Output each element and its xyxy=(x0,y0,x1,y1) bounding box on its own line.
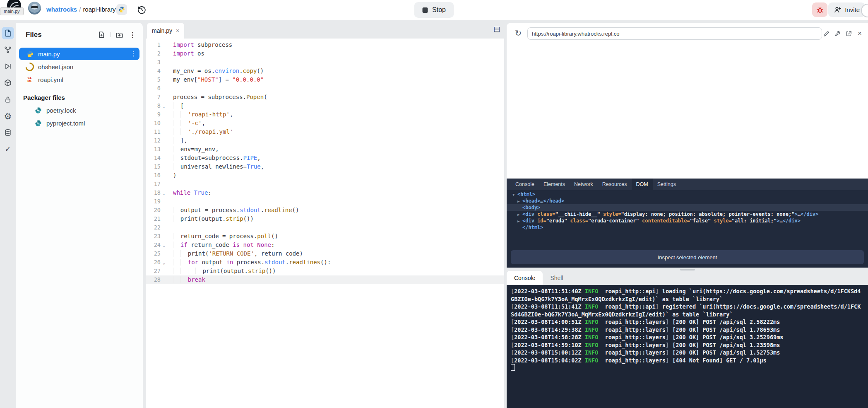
file-row-main-py[interactable]: main.py⋮ xyxy=(19,48,139,60)
line-number[interactable]: 10 xyxy=(146,119,161,128)
bug-report-button[interactable] xyxy=(812,2,827,17)
line-number[interactable]: 25 xyxy=(146,249,161,258)
line-number[interactable]: 24 xyxy=(146,241,161,249)
devtools-tab-dom[interactable]: DOM xyxy=(632,179,653,190)
code-line-15: 15 universal_newlines=True, xyxy=(146,162,504,171)
invite-button[interactable]: Invite xyxy=(828,2,865,17)
line-number[interactable]: 7 xyxy=(146,93,161,101)
pencil-icon[interactable] xyxy=(822,29,831,38)
file-row-ohsheet-json[interactable]: ohsheet.json xyxy=(19,60,139,73)
line-number[interactable]: 26 xyxy=(146,258,161,267)
close-webview-icon[interactable]: × xyxy=(855,29,864,38)
fold-chevron-icon[interactable]: ⌄ xyxy=(161,102,167,111)
dom-node-row[interactable]: ▶<div id="eruda" class="eruda-container"… xyxy=(507,217,868,224)
line-number[interactable]: 2 xyxy=(146,49,161,58)
open-external-icon[interactable] xyxy=(844,29,853,38)
code-text: while True: xyxy=(167,189,212,196)
file-row-pyproject-toml[interactable]: pyproject.toml xyxy=(19,117,139,129)
line-number[interactable]: 3 xyxy=(146,58,161,67)
packager-file-list: poetry.lockpyproject.toml xyxy=(19,104,139,130)
webview-panel: ↻ × ConsoleElementsNetworkResourcesDOMSe… xyxy=(507,23,868,408)
line-number[interactable]: 11 xyxy=(146,128,161,136)
tool-settings-gear-icon[interactable]: ⚙ xyxy=(2,110,14,122)
line-number[interactable]: 14 xyxy=(146,154,161,162)
line-number[interactable]: 9 xyxy=(146,110,161,119)
line-number[interactable]: 22 xyxy=(146,223,161,232)
new-folder-icon[interactable] xyxy=(115,30,124,39)
expand-arrow-icon[interactable]: ▶ xyxy=(517,211,522,218)
file-row-poetry-lock[interactable]: poetry.lock xyxy=(19,104,139,116)
log-entry: [2022-03-08T15:00:12Z INFO roapi_http::l… xyxy=(511,349,864,357)
line-number[interactable]: 18 xyxy=(146,188,161,197)
expand-arrow-icon[interactable]: ▶ xyxy=(517,198,522,205)
devtools-tab-elements[interactable]: Elements xyxy=(539,179,570,190)
line-number[interactable]: 6 xyxy=(146,84,161,93)
console-tab-console[interactable]: Console xyxy=(507,271,543,285)
editor-tab-main-py[interactable]: main.py × xyxy=(147,23,184,39)
line-number[interactable]: 19 xyxy=(146,197,161,206)
tool-packages-icon[interactable] xyxy=(2,77,14,89)
tool-database-icon[interactable] xyxy=(2,126,14,139)
avatar[interactable] xyxy=(28,2,41,14)
devtools-tab-console[interactable]: Console xyxy=(511,179,539,190)
tool-run-icon[interactable] xyxy=(2,60,14,72)
line-number[interactable]: 28 xyxy=(146,275,161,284)
replit-workspace: main.py whatrocks/roapi-library Stop Inv… xyxy=(0,0,868,408)
dom-node-row[interactable]: ▶<div class="__chii-hide__" style="displ… xyxy=(507,211,868,217)
devtools-tab-settings[interactable]: Settings xyxy=(653,179,680,190)
files-kebab-menu-icon[interactable]: ⋮ xyxy=(128,30,137,39)
line-number[interactable]: 1 xyxy=(146,41,161,49)
breadcrumb-user-link[interactable]: whatrocks xyxy=(46,6,77,13)
refresh-icon[interactable]: ↻ xyxy=(513,28,523,38)
dom-node-row[interactable]: <body> xyxy=(507,204,868,211)
inspect-selected-element-button[interactable]: Inspect selected element xyxy=(511,250,864,264)
file-row-roapi-yml[interactable]: YAMLroapi.yml xyxy=(19,73,139,86)
line-number[interactable]: 15 xyxy=(146,162,161,171)
dom-node-row[interactable]: </html> xyxy=(507,224,868,231)
line-number[interactable]: 17 xyxy=(146,180,161,188)
code-editor[interactable]: 1import subprocess2import os34my_env = o… xyxy=(146,39,504,408)
line-number[interactable]: 23 xyxy=(146,232,161,241)
expand-arrow-icon[interactable]: ▼ xyxy=(512,191,517,198)
line-number[interactable]: 4 xyxy=(146,67,161,75)
line-number[interactable]: 27 xyxy=(146,267,161,275)
tool-secrets-lock-icon[interactable] xyxy=(2,93,14,106)
devtools-tab-network[interactable]: Network xyxy=(570,179,598,190)
close-tab-icon[interactable]: × xyxy=(176,27,179,34)
line-number[interactable]: 13 xyxy=(146,145,161,154)
fold-chevron-icon[interactable]: ⌄ xyxy=(161,241,167,250)
avatar-sunglasses xyxy=(31,6,38,8)
line-number[interactable]: 12 xyxy=(146,136,161,145)
code-text: my_env["HOST"] = "0.0.0.0" xyxy=(167,76,264,83)
file-kebab-menu-icon[interactable]: ⋮ xyxy=(130,50,136,58)
fold-chevron-icon[interactable]: ⌄ xyxy=(161,189,167,198)
code-text: print(output.strip()) xyxy=(167,268,276,274)
tool-checklist-icon[interactable]: ✓ xyxy=(2,143,14,155)
line-number[interactable]: 21 xyxy=(146,215,161,223)
history-icon[interactable] xyxy=(137,5,147,15)
console-tab-shell[interactable]: Shell xyxy=(543,271,570,285)
stop-button[interactable]: Stop xyxy=(414,2,454,18)
fold-chevron-icon[interactable]: ⌄ xyxy=(161,258,167,267)
drag-handle[interactable] xyxy=(680,269,695,270)
editor-layout-icon[interactable]: ▤ xyxy=(493,25,500,34)
line-number[interactable]: 16 xyxy=(146,171,161,180)
python-teal-icon xyxy=(34,119,42,127)
dragged-tab-ghost: main.py xyxy=(0,7,24,15)
tool-files-icon[interactable] xyxy=(2,27,14,39)
line-number[interactable]: 20 xyxy=(146,206,161,215)
header-divider xyxy=(110,32,111,37)
expand-arrow-icon[interactable]: ▶ xyxy=(517,218,522,225)
line-number[interactable]: 8 xyxy=(146,101,161,110)
tool-version-control-icon[interactable] xyxy=(2,43,14,56)
devtools-tab-resources[interactable]: Resources xyxy=(598,179,632,190)
devtools-wrench-icon[interactable] xyxy=(833,29,842,38)
console-output[interactable]: [2022-03-08T11:51:40Z INFO roapi_http::a… xyxy=(507,285,868,408)
new-file-icon[interactable] xyxy=(97,30,106,39)
code-text xyxy=(167,224,173,231)
url-input[interactable] xyxy=(527,27,822,40)
dom-node-row[interactable]: ▼<html> xyxy=(507,191,868,198)
dom-node-row[interactable]: ▶<head>…</head> xyxy=(507,198,868,204)
line-number[interactable]: 5 xyxy=(146,75,161,84)
stop-button-label: Stop xyxy=(432,6,446,14)
